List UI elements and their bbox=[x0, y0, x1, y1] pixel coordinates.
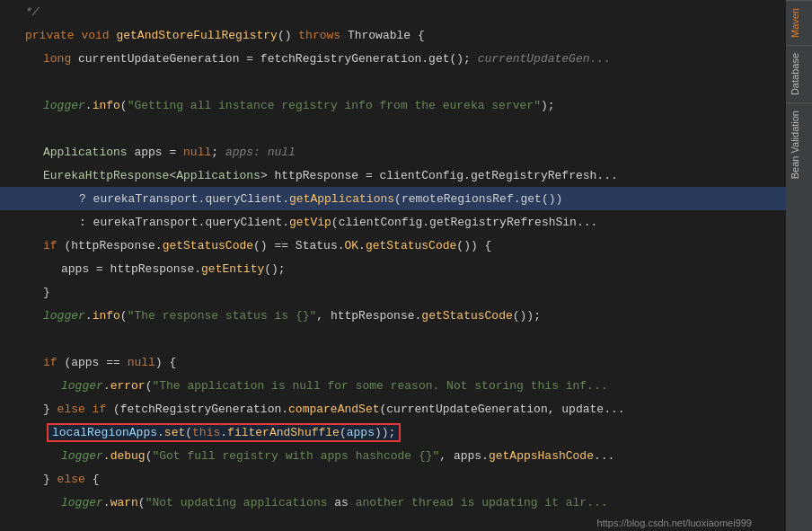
line-text: } bbox=[7, 286, 50, 299]
line-text: EurekaHttpResponse<Applications> httpRes… bbox=[7, 169, 618, 182]
code-line-3: long currentUpdateGeneration = fetchRegi… bbox=[0, 47, 786, 70]
line-text: ? eurekaTransport.queryClient.getApplica… bbox=[7, 192, 562, 206]
code-line-13: } bbox=[0, 280, 786, 304]
line-text: if (apps == null) { bbox=[7, 356, 176, 369]
code-line-blank3 bbox=[0, 327, 786, 350]
line-text: : eurekaTransport.queryClient.getVip(cli… bbox=[7, 216, 597, 229]
line-text: logger.error("The application is null fo… bbox=[7, 379, 608, 393]
code-line-18: } else if (fetchRegistryGeneration.compa… bbox=[0, 397, 786, 420]
line-text: logger.debug("Got full registry with app… bbox=[7, 449, 614, 463]
line-text: logger.info("The response status is {}",… bbox=[7, 309, 541, 323]
line-text: } else if (fetchRegistryGeneration.compa… bbox=[7, 403, 625, 416]
line-text: } else { bbox=[7, 473, 99, 486]
code-line-9: ? eurekaTransport.queryClient.getApplica… bbox=[0, 187, 786, 210]
code-line-17: logger.error("The application is null fo… bbox=[0, 374, 786, 397]
code-line-14: logger.info("The response status is {}",… bbox=[0, 304, 786, 327]
line-text: private void getAndStoreFullRegistry() t… bbox=[7, 29, 425, 42]
sidebar-tab-maven[interactable]: Maven bbox=[786, 0, 812, 45]
code-line-21: } else { bbox=[0, 467, 786, 491]
code-line-16: if (apps == null) { bbox=[0, 350, 786, 374]
code-line-8: EurekaHttpResponse<Applications> httpRes… bbox=[0, 164, 786, 187]
sidebar-right: Maven Database Bean Validation bbox=[786, 0, 812, 531]
code-line-blank2 bbox=[0, 117, 786, 140]
line-text: localRegionApps.set(this.filterAndShuffl… bbox=[7, 423, 401, 442]
sidebar-tab-bean-validation[interactable]: Bean Validation bbox=[786, 102, 812, 186]
line-text: logger.info("Getting all instance regist… bbox=[7, 99, 555, 112]
code-line-12: apps = httpResponse.getEntity(); bbox=[0, 257, 786, 280]
line-text: logger.warn("Not updating applications a… bbox=[7, 496, 608, 509]
code-editor: */ private void getAndStoreFullRegistry(… bbox=[0, 0, 786, 531]
line-text: Applications apps = null; apps: null bbox=[7, 146, 296, 159]
code-line-7: Applications apps = null; apps: null bbox=[0, 140, 786, 164]
footer-url: https://blog.csdn.net/luoxiaomei999 bbox=[0, 515, 759, 531]
code-line-2: private void getAndStoreFullRegistry() t… bbox=[0, 23, 786, 47]
line-text: long currentUpdateGeneration = fetchRegi… bbox=[7, 52, 611, 66]
line-text: apps = httpResponse.getEntity(); bbox=[7, 262, 286, 276]
code-line-19: localRegionApps.set(this.filterAndShuffl… bbox=[0, 420, 786, 444]
line-text: */ bbox=[7, 5, 40, 19]
code-line-20: logger.debug("Got full registry with app… bbox=[0, 444, 786, 467]
code-line-1: */ bbox=[0, 0, 786, 23]
code-line-10: : eurekaTransport.queryClient.getVip(cli… bbox=[0, 210, 786, 234]
code-line-11: if (httpResponse.getStatusCode() == Stat… bbox=[0, 234, 786, 257]
code-line-5: logger.info("Getting all instance regist… bbox=[0, 93, 786, 117]
sidebar-tab-database[interactable]: Database bbox=[786, 45, 812, 102]
line-text: if (httpResponse.getStatusCode() == Stat… bbox=[7, 239, 491, 252]
code-line-22: logger.warn("Not updating applications a… bbox=[0, 491, 786, 514]
code-line-blank1 bbox=[0, 70, 786, 93]
url-text: https://blog.csdn.net/luoxiaomei999 bbox=[597, 518, 752, 528]
